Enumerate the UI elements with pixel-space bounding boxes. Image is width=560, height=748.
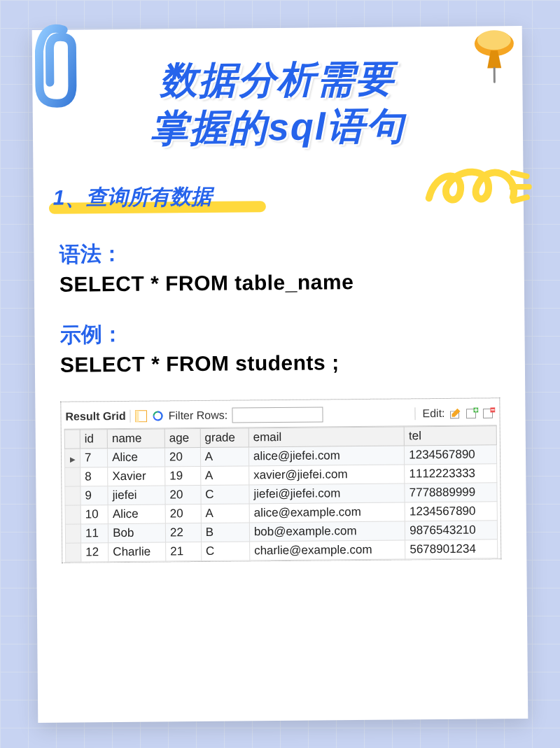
cell-id: 7 bbox=[80, 449, 107, 467]
cell-grade: B bbox=[201, 523, 249, 542]
result-table: idnameagegradeemailtel 7Alice20Aalice@ji… bbox=[64, 425, 498, 562]
filter-input[interactable] bbox=[232, 407, 323, 423]
col-name: name bbox=[107, 429, 164, 449]
pushpin-icon bbox=[463, 22, 526, 86]
cell-grade: A bbox=[200, 466, 248, 486]
col-id: id bbox=[80, 430, 107, 449]
example-code: SELECT * FROM students ; bbox=[60, 349, 500, 376]
cell-id: 11 bbox=[80, 524, 108, 543]
col-age: age bbox=[164, 428, 200, 447]
table-row[interactable]: 12Charlie21Ccharlie@example.com567890123… bbox=[66, 539, 498, 562]
cell-age: 20 bbox=[165, 504, 201, 523]
cell-tel: 7778889999 bbox=[405, 483, 497, 502]
result-grid-panel: Result Grid Filter Rows: Edit: bbox=[60, 397, 501, 563]
cell-id: 9 bbox=[80, 486, 108, 505]
example-label: 示例： bbox=[59, 317, 499, 349]
delete-row-icon[interactable] bbox=[482, 407, 495, 419]
filter-rows-label: Filter Rows: bbox=[169, 409, 228, 423]
section-heading: 1、查询所有数据 bbox=[53, 183, 212, 213]
cell-name: jiefei bbox=[108, 486, 165, 505]
cell-grade: C bbox=[201, 485, 249, 504]
row-marker bbox=[65, 486, 80, 505]
row-marker bbox=[66, 543, 81, 562]
cell-email: jiefei@jiefei.com bbox=[249, 484, 405, 504]
title-line-2: 掌握的sql语句 bbox=[150, 104, 406, 148]
col-tel: tel bbox=[404, 426, 496, 446]
row-marker bbox=[64, 449, 80, 467]
cell-tel: 1112223333 bbox=[405, 464, 497, 484]
title-line-1: 数据分析需要 bbox=[160, 57, 396, 101]
cell-age: 20 bbox=[164, 447, 200, 466]
row-marker bbox=[65, 505, 80, 524]
grid-toolbar: Result Grid Filter Rows: Edit: bbox=[64, 402, 496, 429]
cell-tel: 1234567890 bbox=[405, 445, 497, 465]
cell-id: 10 bbox=[80, 505, 108, 524]
cell-email: bob@example.com bbox=[249, 521, 405, 542]
svg-rect-3 bbox=[136, 411, 139, 422]
cell-age: 19 bbox=[165, 466, 201, 485]
edit-label: Edit: bbox=[414, 407, 444, 420]
refresh-icon[interactable] bbox=[152, 409, 164, 422]
cell-id: 8 bbox=[80, 467, 108, 486]
cell-name: Alice bbox=[108, 504, 165, 524]
col-grade: grade bbox=[200, 428, 248, 448]
note-card: 数据分析需要 掌握的sql语句 1、查询所有数据 语法： SELECT * FR… bbox=[32, 26, 528, 723]
cell-email: charlie@example.com bbox=[249, 540, 405, 560]
cell-name: Bob bbox=[108, 523, 165, 543]
cell-email: xavier@jiefei.com bbox=[249, 465, 405, 485]
add-row-icon[interactable] bbox=[465, 407, 478, 420]
syntax-label: 语法： bbox=[59, 237, 498, 269]
grid-icon[interactable] bbox=[135, 410, 148, 423]
col-email: email bbox=[248, 427, 405, 447]
cell-name: Charlie bbox=[108, 542, 166, 562]
cell-age: 20 bbox=[165, 485, 201, 504]
row-header-blank bbox=[64, 430, 80, 449]
cell-tel: 1234567890 bbox=[405, 502, 497, 521]
section-heading-text: 1、查询所有数据 bbox=[53, 185, 212, 209]
result-grid-label: Result Grid bbox=[65, 410, 130, 423]
row-marker bbox=[65, 467, 80, 486]
cell-name: Xavier bbox=[108, 467, 165, 486]
syntax-code: SELECT * FROM table_name bbox=[59, 269, 499, 296]
cell-id: 12 bbox=[81, 543, 108, 562]
sparkle-icon bbox=[509, 166, 545, 208]
cell-tel: 5678901234 bbox=[405, 539, 498, 559]
cell-age: 22 bbox=[165, 523, 201, 542]
paperclip-icon bbox=[22, 15, 92, 114]
content-block: 语法： SELECT * FROM table_name 示例： SELECT … bbox=[53, 237, 507, 563]
cell-email: alice@example.com bbox=[249, 502, 405, 523]
edit-icon[interactable] bbox=[449, 407, 461, 420]
cell-tel: 9876543210 bbox=[405, 521, 498, 540]
row-marker bbox=[65, 524, 80, 543]
main-title: 数据分析需要 掌握的sql语句 bbox=[52, 54, 503, 153]
cell-email: alice@jiefei.com bbox=[248, 446, 405, 466]
cell-name: Alice bbox=[108, 448, 165, 467]
cell-age: 21 bbox=[166, 542, 202, 560]
cell-grade: C bbox=[201, 542, 249, 561]
swirl-icon bbox=[421, 162, 520, 212]
cell-grade: A bbox=[200, 447, 248, 467]
cell-grade: A bbox=[201, 504, 249, 523]
